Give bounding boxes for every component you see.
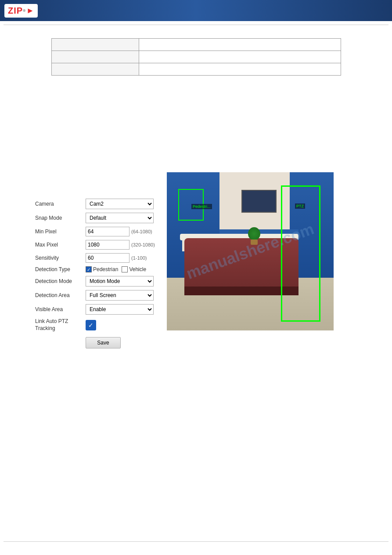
vehicle-check-icon xyxy=(122,266,128,272)
sensitivity-range: (1-100) xyxy=(131,255,147,261)
scene: PTZ Pedestri... xyxy=(167,172,334,330)
vehicle-checkbox-item[interactable]: Vehicle xyxy=(122,266,146,272)
detection-mode-control: Motion Mode xyxy=(86,276,158,287)
sensitivity-label: Sensitivity xyxy=(35,255,86,261)
logo: ZIP ® ► xyxy=(4,4,38,18)
link-ptz-control: ✓ xyxy=(86,320,158,330)
form-panel: Camera Cam2 Snap Mode Default Min Pi xyxy=(35,199,158,348)
camera-control: Cam2 xyxy=(86,199,158,209)
detection-type-row: Detection Type ✓ Pedestrian Vehicle xyxy=(35,266,158,272)
snap-mode-control: Default xyxy=(86,213,158,223)
detection-box-large: PTZ xyxy=(281,185,320,322)
vehicle-label: Vehicle xyxy=(129,266,146,272)
table-cell-col1 xyxy=(51,51,139,63)
detection-area-label: Detection Area xyxy=(35,292,86,298)
logo-arrow: ► xyxy=(26,6,34,15)
link-ptz-row: Link Auto PTZ Tracking ✓ xyxy=(35,318,158,332)
logo-text: ZIP xyxy=(8,6,23,16)
detection-area-control: Full Screen xyxy=(86,290,158,301)
visible-area-label: Visible Area xyxy=(35,306,86,312)
detection-area-select[interactable]: Full Screen xyxy=(86,290,154,301)
detection-type-label: Detection Type xyxy=(35,266,86,272)
scene-plant xyxy=(248,227,260,245)
snap-mode-select[interactable]: Default xyxy=(86,213,154,223)
camera-image: PTZ Pedestri... manualshere.com xyxy=(167,172,334,330)
logo-dot: ® xyxy=(23,9,25,13)
visible-area-control: Enable xyxy=(86,304,158,315)
detection-box-small: Pedestri... xyxy=(178,189,204,221)
table-cell-col2 xyxy=(139,39,341,51)
table-row xyxy=(51,51,341,63)
table-cell-col1 xyxy=(51,63,139,76)
form-area: Camera Cam2 Snap Mode Default Min Pi xyxy=(35,199,379,348)
visible-area-row: Visible Area Enable xyxy=(35,304,158,315)
camera-label: Camera xyxy=(35,201,86,207)
detection-type-checkboxes: ✓ Pedestrian Vehicle xyxy=(86,266,146,272)
visible-area-select[interactable]: Enable xyxy=(86,304,154,315)
link-ptz-label: Link Auto PTZ Tracking xyxy=(35,318,86,332)
min-pixel-row: Min Pixel (64-1080) xyxy=(35,227,158,236)
sensitivity-input[interactable] xyxy=(86,253,129,263)
scene-tv xyxy=(241,190,277,213)
table-cell-col2 xyxy=(139,51,341,63)
link-ptz-toggle[interactable]: ✓ xyxy=(86,320,96,330)
pedestrian-label: Pedestrian xyxy=(93,266,118,272)
table-cell-col2 xyxy=(139,63,341,76)
snap-mode-label: Snap Mode xyxy=(35,215,86,221)
main-content: Camera Cam2 Snap Mode Default Min Pi xyxy=(0,25,392,357)
detection-area-row: Detection Area Full Screen xyxy=(35,290,158,301)
pedestrian-check-icon: ✓ xyxy=(86,266,92,272)
snap-mode-row: Snap Mode Default xyxy=(35,213,158,223)
max-pixel-range: (320-1080) xyxy=(131,242,155,247)
max-pixel-label: Max Pixel xyxy=(35,242,86,248)
min-pixel-label: Min Pixel xyxy=(35,229,86,235)
pedestrian-checkbox-item[interactable]: ✓ Pedestrian xyxy=(86,266,118,272)
scene-tv-screen xyxy=(242,191,276,212)
max-pixel-input[interactable] xyxy=(86,240,129,250)
camera-row: Camera Cam2 xyxy=(35,199,158,209)
max-pixel-control: (320-1080) xyxy=(86,240,158,250)
save-button[interactable]: Save xyxy=(86,337,121,348)
detection-mode-row: Detection Mode Motion Mode xyxy=(35,276,158,287)
info-table xyxy=(51,38,341,76)
sensitivity-control: (1-100) xyxy=(86,253,158,263)
table-row xyxy=(51,39,341,51)
scene-plant-pot xyxy=(251,239,258,245)
detection-mode-select[interactable]: Motion Mode xyxy=(86,276,154,287)
scene-plant-leaves xyxy=(248,227,260,240)
detection-label-ptz: PTZ xyxy=(295,203,305,209)
min-pixel-range: (64-1080) xyxy=(131,229,152,234)
min-pixel-control: (64-1080) xyxy=(86,227,158,236)
detection-label-pedestrian: Pedestri... xyxy=(191,204,212,209)
min-pixel-input[interactable] xyxy=(86,227,129,236)
sensitivity-row: Sensitivity (1-100) xyxy=(35,253,158,263)
table-cell-col1 xyxy=(51,39,139,51)
camera-select[interactable]: Cam2 xyxy=(86,199,154,209)
header: ZIP ® ► xyxy=(0,0,392,21)
detection-mode-label: Detection Mode xyxy=(35,278,86,284)
bottom-divider xyxy=(4,541,388,542)
table-row xyxy=(51,63,341,76)
max-pixel-row: Max Pixel (320-1080) xyxy=(35,240,158,250)
camera-preview: PTZ Pedestri... manualshere.com xyxy=(167,172,334,330)
